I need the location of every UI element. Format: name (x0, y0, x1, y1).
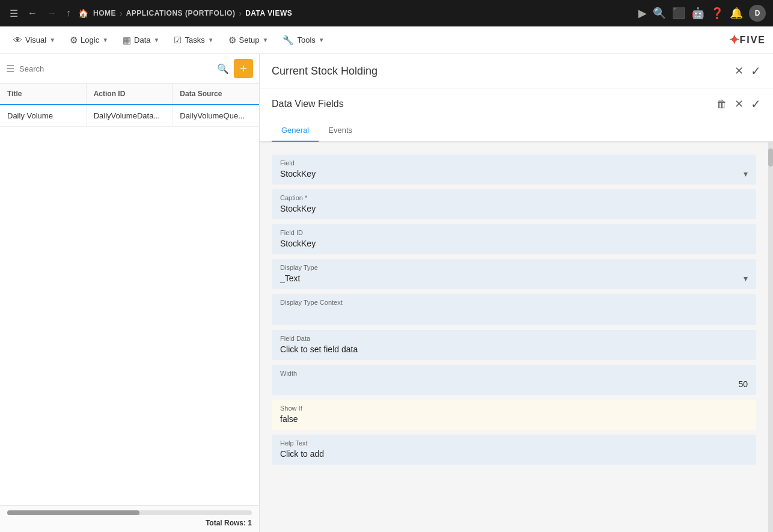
tab-general[interactable]: General (272, 120, 319, 142)
fieldid-value[interactable]: StockKey (280, 239, 316, 248)
close-panel-icon[interactable]: ✕ (735, 64, 744, 78)
right-scrollbar-thumb[interactable] (768, 148, 773, 167)
cell-title: Daily Volume (0, 105, 87, 126)
showif-label: Show If (280, 405, 748, 412)
menu-logic-label: Logic (81, 35, 99, 44)
breadcrumb: 🏠 HOME › APPLICATIONS (PORTFOLIO) › DATA… (78, 8, 634, 18)
left-panel: ☰ 🔍 + Title Action ID Data Source Daily … (0, 54, 260, 532)
breadcrumb-sep-1: › (120, 8, 123, 18)
fielddata-label: Field Data (280, 335, 748, 342)
helptext-value[interactable]: Click to add (280, 449, 324, 459)
displaytype-field-group: Display Type _Text ▾ (272, 259, 756, 289)
search-nav-icon[interactable]: 🔍 (653, 7, 666, 20)
data-arrow: ▼ (154, 37, 160, 43)
showif-value[interactable]: false (280, 414, 298, 424)
width-field-group: Width 50 (272, 365, 756, 395)
menu-tasks-label: Tasks (185, 35, 204, 44)
bot-icon[interactable]: 🤖 (691, 7, 704, 20)
fieldid-field-group: Field ID StockKey (272, 224, 756, 254)
table-row[interactable]: Daily Volume DailyVolumeData... DailyVol… (0, 105, 259, 127)
right-scrollbar[interactable] (768, 142, 773, 532)
visual-icon: 👁 (13, 35, 22, 45)
displaytype-chevron-icon[interactable]: ▾ (744, 274, 748, 283)
caption-value[interactable]: StockKey (280, 204, 316, 213)
breadcrumb-dataviews[interactable]: DATA VIEWS (245, 9, 292, 17)
menu-setup-label: Setup (239, 35, 260, 44)
dvf-title: Data View Fields (272, 99, 716, 109)
scrollbar-thumb[interactable] (7, 510, 139, 515)
data-icon: ▦ (123, 35, 131, 46)
menu-visual[interactable]: 👁 Visual ▼ (7, 31, 61, 49)
field-value: StockKey (280, 169, 316, 179)
menu-tasks[interactable]: ☑ Tasks ▼ (168, 31, 219, 49)
back-icon[interactable]: ← (25, 5, 40, 21)
menu-data[interactable]: ▦ Data ▼ (117, 31, 165, 49)
setup-arrow: ▼ (263, 37, 269, 43)
menu-bar: 👁 Visual ▼ ⚙ Logic ▼ ▦ Data ▼ ☑ Tasks ▼ … (0, 26, 773, 54)
bell-icon[interactable]: 🔔 (730, 7, 743, 20)
forward-icon[interactable]: → (44, 5, 59, 21)
home-icon: 🏠 (78, 8, 88, 18)
total-rows-label: Total Rows: 1 (7, 519, 252, 527)
menu-tools-label: Tools (297, 35, 315, 44)
field-label: Field (280, 159, 748, 167)
displaytype-select[interactable]: _Text ▾ (280, 274, 748, 283)
confirm-dvf-icon[interactable]: ✓ (751, 97, 761, 111)
dvf-actions: 🗑 ✕ ✓ (716, 97, 761, 111)
width-label: Width (280, 370, 748, 377)
add-button[interactable]: + (234, 59, 253, 78)
helptext-label: Help Text (280, 439, 748, 447)
five-logo-icon: ✦ (729, 32, 739, 48)
menu-tools[interactable]: 🔧 Tools ▼ (277, 31, 330, 49)
width-value[interactable]: 50 (280, 379, 748, 389)
menu-visual-label: Visual (25, 35, 46, 44)
stop-icon[interactable]: ⬛ (672, 7, 685, 20)
breadcrumb-home[interactable]: HOME (93, 9, 116, 17)
field-chevron-icon[interactable]: ▾ (744, 169, 748, 179)
field-select[interactable]: StockKey ▾ (280, 169, 748, 179)
menu-setup[interactable]: ⚙ Setup ▼ (222, 31, 275, 49)
confirm-panel-icon[interactable]: ✓ (751, 64, 761, 78)
form-area: Field StockKey ▾ Caption * StockKey Fiel… (260, 142, 768, 532)
panel-title: Current Stock Holding (272, 65, 735, 78)
showif-field-group: Show If false (272, 400, 756, 430)
help-icon[interactable]: ❓ (710, 7, 724, 20)
scrollbar-track[interactable] (7, 510, 252, 515)
user-avatar[interactable]: D (749, 5, 766, 22)
table-header: Title Action ID Data Source (0, 84, 259, 105)
search-icon[interactable]: 🔍 (217, 63, 229, 75)
tab-events[interactable]: Events (319, 120, 362, 142)
tasks-icon: ☑ (174, 35, 182, 46)
menu-icon[interactable]: ☰ (7, 5, 20, 22)
displaytype-label: Display Type (280, 264, 748, 271)
logic-arrow: ▼ (102, 37, 108, 43)
panel-header-actions: ✕ ✓ (735, 64, 761, 78)
displaytypecontext-value[interactable] (280, 308, 748, 319)
main-content: ☰ 🔍 + Title Action ID Data Source Daily … (0, 54, 773, 532)
tools-arrow: ▼ (319, 37, 325, 43)
filter-icon[interactable]: ☰ (6, 63, 14, 75)
setup-icon: ⚙ (228, 35, 236, 46)
fielddata-field-group: Field Data Click to set field data (272, 330, 756, 360)
five-logo-text: FIVE (739, 35, 766, 46)
fieldid-label: Field ID (280, 229, 748, 236)
tools-icon: 🔧 (283, 35, 294, 46)
search-input[interactable] (19, 64, 212, 73)
menu-logic[interactable]: ⚙ Logic ▼ (64, 31, 114, 49)
fielddata-value[interactable]: Click to set field data (280, 344, 358, 354)
col-header-title: Title (0, 84, 87, 104)
delete-dvf-icon[interactable]: 🗑 (716, 98, 727, 111)
displaytypecontext-label: Display Type Context (280, 299, 748, 306)
nav-actions: ▶ 🔍 ⬛ 🤖 ❓ 🔔 D (638, 5, 766, 22)
play-icon[interactable]: ▶ (638, 7, 647, 20)
caption-field-group: Caption * StockKey (272, 189, 756, 219)
tabs: General Events (260, 120, 773, 142)
breadcrumb-applications[interactable]: APPLICATIONS (PORTFOLIO) (126, 9, 236, 17)
close-dvf-icon[interactable]: ✕ (735, 97, 744, 111)
cell-datasource: DailyVolumeQue... (173, 105, 259, 126)
dvf-header: Data View Fields 🗑 ✕ ✓ (260, 88, 773, 120)
up-icon[interactable]: ↑ (64, 5, 73, 21)
dvf-section: Data View Fields 🗑 ✕ ✓ General Events (260, 88, 773, 142)
data-table: Title Action ID Data Source Daily Volume… (0, 84, 259, 505)
top-navigation: ☰ ← → ↑ 🏠 HOME › APPLICATIONS (PORTFOLIO… (0, 0, 773, 26)
